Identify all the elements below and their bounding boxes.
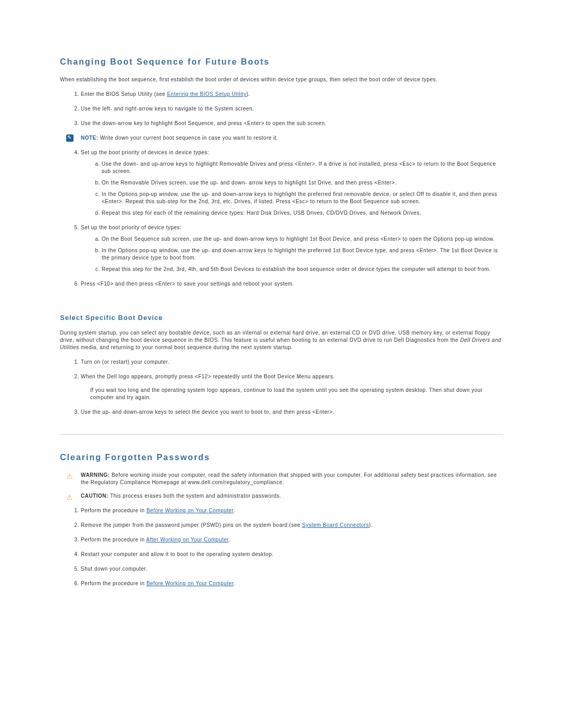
link-entering-bios[interactable]: Entering the BIOS Setup Utility xyxy=(167,91,246,97)
bstep-2-extra: If you wait too long and the operating s… xyxy=(90,387,503,401)
step-6: Press <F10> and then press <Enter> to sa… xyxy=(81,280,503,288)
note-box: NOTE: Write down your current boot seque… xyxy=(81,134,503,142)
p2-a: During system startup, you can select an… xyxy=(60,330,490,343)
step-4d: Repeat this step for each of the remaini… xyxy=(102,209,503,217)
step-1: Enter the BIOS Setup Utility (see Enteri… xyxy=(81,91,503,98)
note-body: Write down your current boot sequence in… xyxy=(100,135,278,141)
note-label: NOTE: xyxy=(81,135,100,141)
step-2: Use the left- and right-arrow keys to na… xyxy=(81,105,503,113)
step-4-text: Set up the boot priority of devices in d… xyxy=(81,150,209,155)
cstep-2a: Remove the jumper from the password jump… xyxy=(81,522,302,528)
bstep-2-text: When the Dell logo appears, promptly pre… xyxy=(81,374,335,379)
cstep-6: Perform the procedure in Before Working … xyxy=(81,580,503,587)
step-4b: On the Removable Drives screen, use the … xyxy=(102,179,503,187)
caution-box: CAUTION: This process erases both the sy… xyxy=(81,492,503,500)
link-after-working[interactable]: After Working on Your Computer xyxy=(146,537,228,542)
warning-label: WARNING: xyxy=(81,472,112,478)
step-1-prefix: Enter the BIOS Setup Utility (see xyxy=(81,91,167,97)
cstep-6a: Perform the procedure in xyxy=(81,581,146,586)
divider xyxy=(60,434,503,435)
step-5-sublist: On the Boot Sequence sub screen, use the… xyxy=(81,236,503,273)
link-system-board-connectors[interactable]: System Board Connectors xyxy=(302,522,369,528)
step-5-text: Set up the boot priority of device types… xyxy=(81,225,181,230)
link-before-working-2[interactable]: Before Working on Your Computer xyxy=(146,581,234,586)
cstep-4: Restart your computer and allow it to bo… xyxy=(81,551,503,558)
step-5b: In the Options pop-up window, use the up… xyxy=(102,247,503,262)
step-4-sublist: Use the down- and up-arrow keys to highl… xyxy=(81,161,503,217)
cstep-1b: . xyxy=(234,508,235,513)
clearing-steps: Perform the procedure in Before Working … xyxy=(60,507,503,587)
cstep-6b: . xyxy=(234,581,235,586)
cstep-3a: Perform the procedure in xyxy=(81,537,146,542)
step-4c: In the Options pop-up window, use the up… xyxy=(102,191,503,205)
step-4: Set up the boot priority of devices in d… xyxy=(81,149,503,217)
heading-select-specific-boot: Select Specific Boot Device xyxy=(60,314,503,322)
main-steps-list: Enter the BIOS Setup Utility (see Enteri… xyxy=(60,91,503,127)
step-5a: On the Boot Sequence sub screen, use the… xyxy=(102,236,503,243)
main-steps-list-cont: Set up the boot priority of devices in d… xyxy=(60,149,503,288)
heading-clearing-passwords: Clearing Forgotten Passwords xyxy=(60,453,503,462)
caution-label: CAUTION: xyxy=(81,493,110,499)
bstep-2: When the Dell logo appears, promptly pre… xyxy=(81,373,503,401)
boot-device-steps: Turn on (or restart) your computer. When… xyxy=(60,359,503,416)
heading-changing-boot-sequence: Changing Boot Sequence for Future Boots xyxy=(60,57,503,67)
intro-paragraph: When establishing the boot sequence, fir… xyxy=(60,76,503,83)
caution-body: This process erases both the system and … xyxy=(110,493,281,499)
step-5: Set up the boot priority of device types… xyxy=(81,224,503,273)
link-before-working-1[interactable]: Before Working on Your Computer xyxy=(146,508,234,513)
cstep-1a: Perform the procedure in xyxy=(81,508,146,513)
cstep-2: Remove the jumper from the password jump… xyxy=(81,522,503,529)
step-3: Use the down-arrow key to highlight Boot… xyxy=(81,120,503,127)
p2-c: media, and returning to your normal boot… xyxy=(79,344,293,350)
p-select-boot: During system startup, you can select an… xyxy=(60,329,503,351)
step-4a: Use the down- and up-arrow keys to highl… xyxy=(102,161,503,175)
cstep-3: Perform the procedure in After Working o… xyxy=(81,536,503,544)
bstep-3: Use the up- and down-arrow keys to selec… xyxy=(81,409,503,416)
warning-box: WARNING: Before working inside your comp… xyxy=(81,472,503,486)
cstep-3b: . xyxy=(229,537,230,542)
cstep-1: Perform the procedure in Before Working … xyxy=(81,507,503,514)
step-5c: Repeat this step for the 2nd, 3rd, 4th, … xyxy=(102,266,503,273)
step-1-suffix: ). xyxy=(247,91,250,97)
bstep-1: Turn on (or restart) your computer. xyxy=(81,359,503,366)
warning-body: Before working inside your computer, rea… xyxy=(81,472,497,485)
cstep-2b: ). xyxy=(369,522,373,528)
cstep-5: Shut down your computer. xyxy=(81,565,503,573)
